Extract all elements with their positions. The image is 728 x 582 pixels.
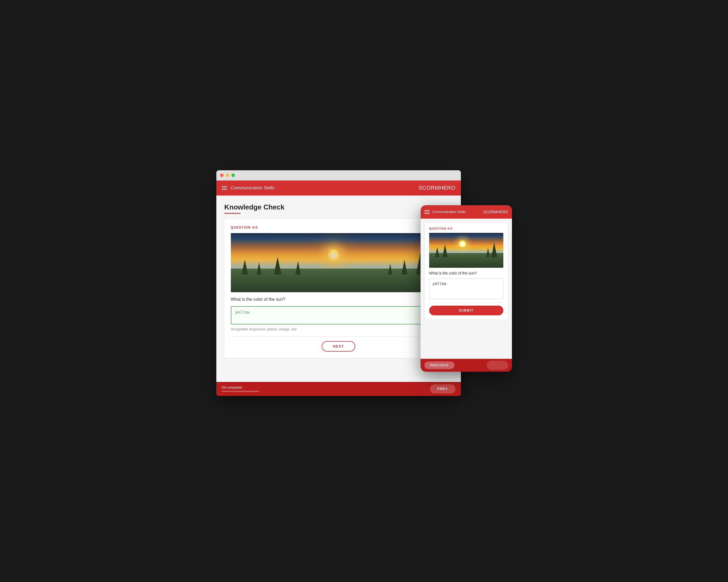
mobile-answer-input-wrapper[interactable] [429, 278, 503, 299]
mobile-logo: SCORMHERO [483, 210, 508, 214]
answer-input-wrapper[interactable] [231, 306, 446, 325]
mobile-header: Communication Skills SCORMHERO [421, 205, 512, 219]
traffic-light-green[interactable] [231, 173, 235, 177]
mobile-previous-button[interactable]: PREVIOUS [424, 361, 455, 369]
mobile-tree-1 [435, 247, 439, 257]
divider [231, 336, 446, 337]
mobile-header-title: Communication Skills [433, 210, 466, 214]
mobile-menu-icon[interactable] [424, 210, 430, 214]
previous-button-footer[interactable]: PREV [430, 384, 456, 393]
answer-input[interactable] [231, 307, 446, 323]
acceptable-responses: Acceptable responses: yellow, orange, re… [231, 327, 446, 331]
traffic-light-yellow[interactable] [226, 173, 229, 177]
mobile-tree-4 [486, 248, 490, 257]
tree-2 [257, 262, 261, 275]
sunset-trees [231, 251, 446, 275]
app-footer: 0% completed PREV [216, 382, 461, 396]
sunset-scene [231, 233, 446, 292]
question-number: QUESTION 4/4 [231, 226, 446, 229]
mobile-question-number: QUESTION 4/4 [429, 227, 503, 230]
logo: SCORMHERO [419, 185, 456, 191]
tree-1 [241, 260, 248, 275]
mobile-footer: PREVIOUS [421, 359, 512, 372]
tree-3 [274, 257, 281, 275]
mobile-header-left: Communication Skills [424, 210, 466, 214]
mobile-tree-3 [491, 243, 497, 257]
app-header: Communication Skills SCORMHERO [216, 181, 461, 196]
mobile-card: QUESTION 4/4 What is the color of the su… [425, 223, 508, 320]
progress-section: 0% completed [222, 386, 259, 392]
submit-button[interactable]: SUBMIT [429, 306, 503, 315]
logo-bold: SCORM [419, 185, 439, 191]
mobile-divider [429, 303, 503, 303]
scene: Communication Skills SCORMHERO Knowledge… [216, 170, 512, 412]
next-button[interactable]: NEXT [322, 341, 355, 352]
header-title: Communication Skills [231, 185, 275, 191]
mobile-answer-input[interactable] [430, 279, 503, 298]
traffic-light-red[interactable] [220, 173, 224, 177]
tree-7 [388, 264, 392, 275]
progress-text: 0% completed [222, 386, 259, 389]
question-text: What is the color of the sun? [231, 297, 446, 302]
question-image [231, 233, 446, 292]
mobile-question-text: What is the color of the sun? [429, 271, 503, 275]
mobile-content: QUESTION 4/4 What is the color of the su… [421, 219, 512, 359]
mobile-logo-bold: SCORM [483, 210, 497, 214]
tree-4 [295, 261, 301, 275]
mobile-next-placeholder [487, 361, 508, 370]
browser-titlebar [216, 170, 461, 181]
question-card: QUESTION 4/4 [225, 219, 453, 358]
menu-icon[interactable] [222, 186, 227, 190]
mobile-tree-2 [442, 244, 448, 257]
mobile-logo-light: HERO [497, 210, 508, 214]
title-underline [225, 213, 240, 214]
header-left: Communication Skills [222, 185, 275, 191]
mobile-window: Communication Skills SCORMHERO QUESTION … [421, 205, 512, 372]
logo-light: HERO [439, 185, 456, 191]
page-title: Knowledge Check [225, 203, 453, 211]
tree-6 [401, 260, 408, 275]
progress-bar-track [222, 391, 259, 392]
page-title-section: Knowledge Check [225, 203, 453, 214]
mobile-question-image [429, 233, 503, 268]
